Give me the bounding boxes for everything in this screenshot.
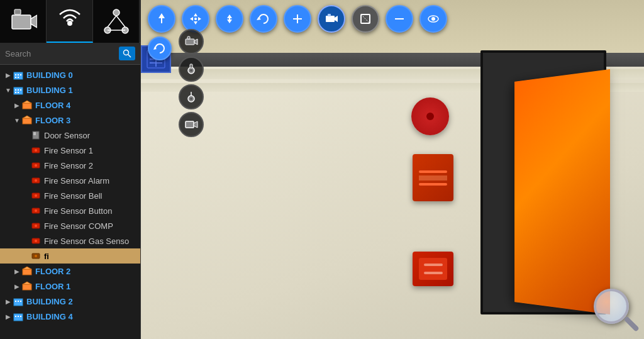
floor4-label: FLOOR 4 (35, 101, 70, 110)
rotate2-btn[interactable] (148, 36, 172, 60)
svg-marker-1 (31, 15, 37, 28)
tree-item-fire-comp[interactable]: ▶ Fire Sensor COMP (0, 218, 140, 233)
cam-fisheye-btn[interactable] (179, 84, 204, 109)
rotate-btn[interactable] (250, 5, 277, 33)
tree-item-building0[interactable]: ▶ BUILDING 0 (0, 67, 140, 82)
svg-rect-29 (33, 132, 36, 135)
arrow-floor3: ▼ (13, 117, 21, 124)
svg-point-10 (124, 50, 129, 55)
search-button[interactable] (119, 47, 135, 60)
svg-rect-56 (18, 316, 19, 317)
svg-point-37 (35, 194, 37, 197)
tree-item-fire-button[interactable]: ▶ Fire Sensor Button (0, 203, 140, 218)
svg-rect-84 (190, 64, 192, 68)
cam-ptz-btn[interactable] (179, 57, 204, 82)
magnifier-handle (623, 316, 639, 331)
tree-item-door-sensor[interactable]: ▶ Door Sensor (0, 128, 140, 143)
tree-item-floor2[interactable]: ▶ FLOOR 2 (0, 264, 140, 279)
svg-marker-90 (194, 121, 197, 128)
svg-rect-67 (229, 18, 230, 19)
svg-rect-13 (15, 74, 16, 75)
sub-toolbar (146, 36, 174, 60)
tree-item-fire-bell[interactable]: ▶ Fire Sensor Bell (0, 188, 140, 203)
sidebar-toolbar (0, 0, 140, 43)
call-point-button (413, 252, 453, 286)
cam-dome-btn[interactable] (179, 29, 204, 54)
svg-rect-14 (18, 74, 19, 75)
tab-camera[interactable] (0, 0, 47, 43)
floor-icon-4 (21, 99, 33, 111)
fire-bell-label: Fire Sensor Bell (44, 191, 102, 201)
svg-rect-54 (14, 314, 23, 321)
svg-rect-57 (20, 316, 21, 317)
building1-label: BUILDING 1 (26, 86, 73, 95)
fire-alarm-bell (411, 97, 449, 135)
tree-item-fire-gas[interactable]: ▶ Fire Sensor Gas Senso (0, 233, 140, 248)
tab-wireless[interactable] (47, 0, 93, 43)
magnifier[interactable] (594, 289, 638, 333)
svg-rect-12 (14, 72, 23, 79)
svg-point-64 (194, 18, 197, 20)
svg-rect-15 (20, 74, 21, 75)
building-icon-4 (13, 311, 24, 322)
arrow-floor4: ▶ (13, 102, 21, 109)
svg-marker-63 (198, 17, 201, 21)
tree-item-building1[interactable]: ▼ BUILDING 1 (0, 82, 140, 97)
fire-gas-icon (30, 235, 42, 247)
cam-box-btn[interactable] (179, 112, 204, 137)
search-bar (0, 43, 140, 65)
svg-point-78 (431, 17, 435, 21)
view-btn[interactable] (419, 5, 447, 33)
fire-sensor-icon-1 (30, 145, 42, 156)
tree-item-fire-selected[interactable]: ▶ fi (0, 248, 140, 264)
search-input[interactable] (5, 49, 115, 58)
svg-marker-72 (335, 16, 338, 22)
move-btn[interactable] (148, 5, 175, 33)
fire1-label: Fire Sensor 1 (44, 146, 93, 155)
svg-rect-26 (23, 118, 31, 124)
tree-item-building2[interactable]: ▶ BUILDING 2 (0, 294, 140, 309)
svg-rect-89 (186, 121, 194, 128)
camera-type-picker (179, 29, 204, 137)
svg-rect-82 (187, 36, 190, 39)
tree-item-building4[interactable]: ▶ BUILDING 4 (0, 309, 140, 324)
floor1-label: FLOOR 1 (35, 282, 70, 291)
tree-item-floor1[interactable]: ▶ FLOOR 1 (0, 279, 140, 294)
building-icon-2 (13, 296, 24, 307)
building0-label: BUILDING 0 (26, 70, 73, 80)
building-icon-1 (13, 84, 24, 96)
tree-item-fire1[interactable]: ▶ Fire Sensor 1 (0, 143, 140, 158)
svg-rect-23 (18, 92, 19, 93)
strobe-line-2 (419, 175, 447, 181)
resize-btn[interactable] (352, 5, 379, 33)
tree-item-floor4[interactable]: ▶ FLOOR 4 (0, 97, 140, 113)
svg-rect-76 (395, 18, 404, 19)
svg-marker-81 (194, 39, 197, 45)
svg-marker-66 (227, 19, 232, 23)
remove-btn[interactable] (386, 5, 413, 33)
svg-rect-73 (328, 14, 331, 16)
tree: ▶ BUILDING 0 ▼ (0, 65, 140, 339)
svg-point-3 (67, 21, 72, 26)
door-sensor-icon (30, 130, 42, 141)
tree-item-fire-alarm[interactable]: ▶ Fire Sensor Alarm (0, 173, 140, 188)
scene-background (141, 0, 644, 339)
tree-item-fire2[interactable]: ▶ Fire Sensor 2 (0, 158, 140, 173)
svg-rect-80 (186, 39, 194, 45)
fire-alarm-label: Fire Sensor Alarm (44, 176, 109, 186)
svg-marker-65 (227, 14, 232, 18)
svg-point-4 (113, 9, 119, 16)
fire-comp-label: Fire Sensor COMP (44, 221, 113, 231)
svg-point-41 (35, 225, 37, 227)
svg-marker-62 (190, 17, 193, 21)
strobe-line-3 (419, 183, 447, 186)
tree-item-floor3[interactable]: ▼ FLOOR 3 (0, 113, 140, 128)
svg-rect-22 (15, 92, 16, 93)
add-btn[interactable] (284, 5, 311, 33)
tab-network[interactable] (93, 0, 140, 43)
svg-rect-51 (15, 301, 16, 302)
floor-icon-2 (21, 265, 33, 277)
camera-btn[interactable] (318, 5, 345, 33)
tilt-btn[interactable] (216, 5, 243, 33)
svg-line-11 (128, 55, 131, 58)
